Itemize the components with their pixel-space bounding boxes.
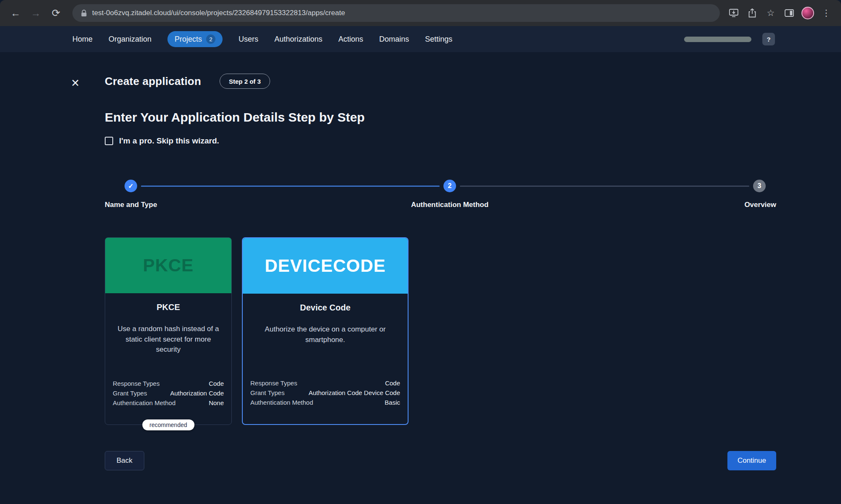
auth-method-cards: PKCE PKCE Use a random hash instead of a… [105,237,409,425]
loading-skeleton [684,37,751,42]
step-1-label: Name and Type [105,201,157,209]
detail-label: Grant Types [250,388,284,398]
step-1-done-icon: ✓ [125,180,137,192]
back-button[interactable]: Back [105,451,144,470]
pkce-card-title: PKCE [113,302,224,312]
nav-right: ? [684,33,775,45]
wizard-heading: Enter Your Application Details Step by S… [105,110,365,125]
nav-item-users[interactable]: Users [239,35,258,44]
devicecode-card-title: Device Code [250,303,400,313]
url-text: test-0o6zvq.zitadel.cloud/ui/console/pro… [92,9,345,17]
detail-value: Authorization Code [170,388,224,398]
step-3-label: Overview [744,201,776,209]
check-icon: ✓ [128,182,133,190]
devicecode-card-body: Device Code Authorize the device on a co… [243,294,408,424]
nav-items: Home Organization Projects 2 Users Autho… [72,31,684,47]
pkce-card-body: PKCE Use a random hash instead of a stat… [105,293,231,424]
lock-icon [81,10,87,17]
detail-row: Grant Types Authorization Code [113,388,224,398]
detail-label: Response Types [113,379,159,388]
detail-row: Response Types Code [250,378,400,388]
page-title: Create application [105,75,201,88]
nav-item-domains[interactable]: Domains [379,35,409,44]
stepper-line-inactive [460,186,749,187]
browser-actions: ☆ ⋮ [727,7,834,19]
help-button[interactable]: ? [762,33,775,45]
detail-value: Authorization Code Device Code [308,388,400,398]
skip-wizard-checkbox[interactable] [105,137,113,145]
nav-item-home[interactable]: Home [72,35,93,44]
nav-item-organization[interactable]: Organization [109,35,151,44]
title-row: Create application Step 2 of 3 [105,72,270,90]
detail-value: Code [385,378,400,388]
back-icon[interactable]: ← [7,4,24,22]
install-app-icon[interactable] [727,7,740,19]
nav-item-actions[interactable]: Actions [338,35,363,44]
detail-label: Grant Types [113,388,147,398]
detail-value: Basic [385,398,400,407]
pkce-banner: PKCE [105,238,231,293]
detail-label: Response Types [250,378,297,388]
step-3-circle: 3 [753,180,766,192]
profile-avatar[interactable] [801,7,814,19]
continue-button[interactable]: Continue [727,451,776,470]
projects-count-badge: 2 [206,34,215,44]
pkce-card-description: Use a random hash instead of a static cl… [113,324,224,355]
bookmark-star-icon[interactable]: ☆ [764,7,777,19]
auth-method-card-devicecode[interactable]: DEVICECODE Device Code Authorize the dev… [242,237,409,425]
detail-value: None [209,398,224,408]
split-view-icon[interactable] [783,7,796,19]
nav-item-authorizations[interactable]: Authorizations [274,35,322,44]
browser-menu-icon[interactable]: ⋮ [820,7,833,19]
reload-icon[interactable]: ⟳ [47,4,65,22]
detail-value: Code [209,379,224,388]
detail-row: Response Types Code [113,379,224,388]
stepper-line-active [141,186,440,187]
detail-row: Authentication Method Basic [250,398,400,407]
devicecode-card-details: Response Types Code Grant Types Authoriz… [250,378,400,407]
step-indicator-badge: Step 2 of 3 [220,74,270,89]
detail-label: Authentication Method [250,398,313,407]
devicecode-card-description: Authorize the device on a computer or sm… [250,324,400,345]
skip-wizard-label: I'm a pro. Skip this wizard. [119,136,219,146]
nav-item-projects[interactable]: Projects 2 [167,31,223,47]
nav-item-projects-label: Projects [175,35,202,44]
browser-chrome: ← → ⟳ test-0o6zvq.zitadel.cloud/ui/conso… [0,0,841,26]
create-application-page: ✕ Create application Step 2 of 3 Enter Y… [0,52,841,504]
detail-row: Grant Types Authorization Code Device Co… [250,388,400,398]
pkce-card-details: Response Types Code Grant Types Authoriz… [113,379,224,408]
devicecode-banner-text: DEVICECODE [265,256,386,276]
auth-method-card-pkce[interactable]: PKCE PKCE Use a random hash instead of a… [105,237,232,425]
step-2-label: Authentication Method [411,201,488,209]
step-2-circle: 2 [443,180,456,192]
pkce-banner-text: PKCE [143,255,194,276]
close-icon[interactable]: ✕ [68,76,82,90]
forward-icon[interactable]: → [27,4,45,22]
console-navbar: Home Organization Projects 2 Users Autho… [0,26,841,52]
recommended-badge: recommended [142,419,194,430]
share-icon[interactable] [746,7,759,19]
nav-item-settings[interactable]: Settings [425,35,452,44]
url-bar[interactable]: test-0o6zvq.zitadel.cloud/ui/console/pro… [72,4,720,22]
detail-label: Authentication Method [113,398,175,408]
devicecode-banner: DEVICECODE [243,238,408,294]
skip-wizard-row[interactable]: I'm a pro. Skip this wizard. [105,136,219,146]
stepper: ✓ 2 3 Name and Type Authentication Metho… [105,177,776,223]
detail-row: Authentication Method None [113,398,224,408]
